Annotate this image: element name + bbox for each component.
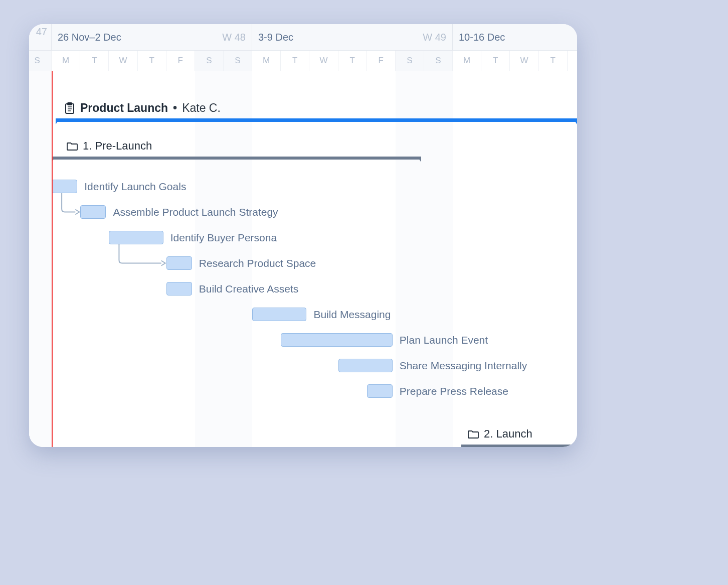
task-label[interactable]: Build Creative Assets <box>199 283 298 295</box>
task-label[interactable]: Assemble Product Launch Strategy <box>113 206 278 218</box>
day-cell[interactable]: M <box>52 51 80 71</box>
section-label-0: 1. Pre-Launch <box>83 139 152 153</box>
section-label-1: 2. Launch <box>484 427 532 441</box>
task-bar[interactable] <box>52 180 77 193</box>
project-row: Product Launch • Kate C. <box>29 101 577 127</box>
dependency-arrow <box>119 244 161 263</box>
day-cell[interactable]: M <box>453 51 481 71</box>
project-name: Product Launch <box>80 101 168 115</box>
day-cell[interactable]: W <box>309 51 338 71</box>
dependency-arrowhead <box>75 210 79 215</box>
dependency-arrowhead <box>161 261 165 266</box>
day-cell[interactable]: M <box>252 51 281 71</box>
week-col-2[interactable]: 10-16 Dec <box>453 24 577 50</box>
task-label[interactable]: Build Messaging <box>313 309 391 321</box>
section-bar-0[interactable] <box>52 157 421 160</box>
day-cell[interactable]: F <box>367 51 396 71</box>
task-label[interactable]: Plan Launch Event <box>400 334 488 346</box>
timeline-weeks-header: 47 26 Nov–2 Dec W 48 3-9 Dec W 49 10-16 … <box>29 24 577 51</box>
task-bar[interactable] <box>166 256 192 270</box>
day-cell[interactable]: S <box>396 51 424 71</box>
task-label[interactable]: Identify Buyer Persona <box>170 232 277 244</box>
project-owner: Kate C. <box>182 101 221 115</box>
day-cell[interactable]: S <box>224 51 252 71</box>
section-title-0[interactable]: 1. Pre-Launch <box>67 139 152 153</box>
task-bar[interactable] <box>252 308 306 321</box>
separator-dot: • <box>173 101 177 115</box>
day-cell[interactable]: F <box>166 51 195 71</box>
project-title[interactable]: Product Launch • Kate C. <box>64 101 221 115</box>
gantt-body[interactable]: Product Launch • Kate C. 1. Pre-Launch I… <box>29 71 577 447</box>
section-row-0: 1. Pre-Launch <box>29 139 577 166</box>
task-bar[interactable] <box>281 333 393 347</box>
gantt-frame: 47 26 Nov–2 Dec W 48 3-9 Dec W 49 10-16 … <box>29 24 577 447</box>
task-label[interactable]: Share Messaging Internally <box>400 360 527 372</box>
day-cell[interactable]: T <box>338 51 367 71</box>
week-col-1[interactable]: 3-9 Dec W 49 <box>252 24 453 50</box>
week-col-0[interactable]: 26 Nov–2 Dec W 48 <box>52 24 252 50</box>
section-title-1[interactable]: 2. Launch <box>468 427 532 441</box>
day-cell[interactable]: W <box>109 51 137 71</box>
task-bar[interactable] <box>367 384 393 398</box>
week-number-0: W 48 <box>222 32 246 43</box>
task-bar[interactable] <box>338 359 393 372</box>
weekend-column <box>29 71 52 447</box>
day-cell[interactable]: W <box>510 51 538 71</box>
today-line <box>52 71 53 447</box>
day-cell[interactable]: T <box>481 51 510 71</box>
week-number-prev: 47 <box>36 26 47 37</box>
week-number-1: W 49 <box>423 32 446 43</box>
week-range-1: 3-9 Dec <box>258 32 293 43</box>
day-cell[interactable]: T <box>281 51 309 71</box>
task-bar[interactable] <box>109 231 163 244</box>
task-bar[interactable] <box>166 282 192 296</box>
dependency-arrow <box>62 193 75 212</box>
day-cell[interactable]: T <box>539 51 568 71</box>
task-label[interactable]: Prepare Press Release <box>400 385 508 397</box>
folder-icon <box>67 141 78 151</box>
project-bar[interactable] <box>56 118 577 122</box>
section-bar-1[interactable] <box>461 445 577 447</box>
clipboard-icon <box>64 102 75 114</box>
day-cell[interactable]: S <box>195 51 224 71</box>
task-label[interactable]: Identify Launch Goals <box>84 181 186 193</box>
timeline-days-header: SMTWTFSSMTWTFSSMTWT <box>29 51 577 71</box>
folder-icon <box>468 429 479 438</box>
day-cell[interactable]: T <box>80 51 109 71</box>
week-col-prev[interactable]: 47 <box>29 24 52 50</box>
day-cell[interactable]: S <box>29 51 52 71</box>
week-range-0: 26 Nov–2 Dec <box>58 32 121 43</box>
day-cell[interactable]: S <box>424 51 453 71</box>
task-label[interactable]: Research Product Space <box>199 257 316 269</box>
week-range-2: 10-16 Dec <box>459 32 505 43</box>
task-bar[interactable] <box>80 205 106 219</box>
day-cell[interactable]: T <box>138 51 166 71</box>
